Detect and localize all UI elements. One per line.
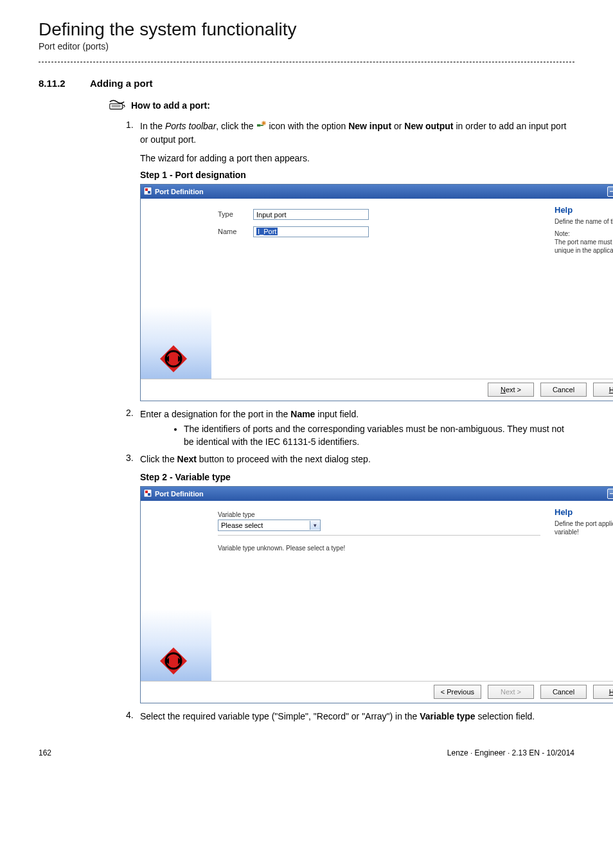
svg-rect-4 [260, 125, 263, 126]
dialog-sidebar [141, 199, 211, 379]
dialog-footer: Next > Cancel Help [141, 379, 613, 401]
dialog-help-panel: Help Define the name of the port! Note: … [551, 199, 613, 379]
dialog-main: Type Input port Name I_Port [211, 199, 551, 379]
step-2: 2. Enter a designation for the port in t… [126, 408, 574, 449]
t: New output [404, 121, 453, 131]
svg-rect-0 [110, 104, 123, 109]
t: icon with the option [269, 121, 348, 131]
step-4: 4. Select the required variable type ("S… [126, 710, 574, 723]
type-field: Input port [253, 209, 369, 220]
dialog-title: Port Definition [152, 490, 607, 498]
t: Name [290, 409, 315, 419]
cancel-button[interactable]: Cancel [540, 383, 587, 397]
t: , click the [216, 121, 256, 131]
variable-type-select[interactable]: Please select ▾ [218, 520, 321, 531]
page-subtitle: Port editor (ports) [39, 41, 574, 51]
app-icon [143, 489, 152, 499]
step-number: 4. [126, 710, 134, 720]
help-note: Note: The port name must be unique in th… [555, 230, 613, 255]
section-number: 8.11.2 [39, 78, 90, 89]
dialog-main: Variable type Please select ▾ Variable t… [211, 501, 551, 681]
minimize-button[interactable]: — [607, 489, 613, 499]
dialog-title: Port Definition [152, 188, 607, 195]
svg-rect-18 [148, 493, 150, 496]
help-heading: Help [555, 205, 613, 215]
variable-type-note: Variable type unknown. Please select a t… [218, 545, 540, 552]
group-divider [218, 535, 540, 536]
step-1: 1. In the Ports toolbar, click the icon … [126, 120, 574, 147]
lenze-logo-icon [159, 646, 188, 676]
dialog-help-panel: Help Define the port application variabl… [551, 501, 613, 681]
dialog-sidebar [141, 501, 211, 681]
cancel-button[interactable]: Cancel [540, 685, 587, 699]
t: Next [177, 454, 197, 464]
help-button[interactable]: Help [593, 383, 613, 397]
page-number: 162 [39, 748, 51, 757]
dialog-port-definition-step2: Port Definition — ▭ ✕ Variable ty [140, 486, 613, 703]
t: Select the required variable type ("Simp… [140, 711, 420, 721]
page-divider [39, 62, 574, 62]
t: button to proceed with the next dialog s… [197, 454, 371, 464]
svg-marker-19 [160, 647, 187, 674]
section-title: Adding a port [90, 78, 153, 89]
svg-rect-10 [145, 188, 148, 191]
t: New input [348, 121, 391, 131]
step-number: 2. [126, 408, 134, 418]
svg-rect-11 [148, 191, 150, 194]
t: input field. [315, 409, 359, 419]
lenze-logo-icon [159, 344, 188, 374]
help-button[interactable]: Help [593, 685, 613, 699]
t: Enter a designation for the port in the [140, 409, 290, 419]
add-port-icon [256, 120, 267, 133]
next-button: Next > [488, 685, 534, 699]
variable-type-group-label: Variable type [218, 511, 540, 518]
step-para: The wizard for adding a port then appear… [140, 153, 574, 163]
name-input-value: I_Port [256, 228, 278, 235]
help-text: Define the name of the port! [555, 217, 613, 226]
step-sub-title: Step 2 - Variable type [140, 472, 574, 482]
t: Ports toolbar [165, 121, 216, 131]
previous-button[interactable]: < Previous [434, 685, 481, 699]
t: or [391, 121, 404, 131]
dialog-footer: < Previous Next > Cancel Help [141, 681, 613, 703]
name-input[interactable]: I_Port [253, 226, 369, 237]
step-2-bullet: The identifiers of ports and the corresp… [184, 422, 574, 449]
t: Click the [140, 454, 177, 464]
t: In the [140, 121, 165, 131]
minimize-button[interactable]: — [607, 186, 613, 197]
step-3: 3. Click the Next button to proceed with… [126, 453, 574, 466]
page-title: Defining the system functionality [39, 19, 574, 40]
help-text: Define the port application variable! [555, 520, 613, 536]
name-label: Name [218, 228, 253, 235]
svg-rect-17 [145, 491, 148, 493]
howto-label: How to add a port: [131, 100, 210, 111]
chevron-down-icon: ▾ [310, 521, 320, 530]
footer-right: Lenze · Engineer · 2.13 EN - 10/2014 [447, 748, 574, 757]
next-button[interactable]: Next > [488, 383, 534, 397]
help-heading: Help [555, 507, 613, 517]
app-icon [143, 186, 152, 197]
t: Variable type [420, 711, 475, 721]
step-number: 3. [126, 453, 134, 463]
variable-type-value: Please select [221, 521, 263, 529]
step-sub-title: Step 1 - Port designation [140, 170, 574, 180]
dialog-titlebar[interactable]: Port Definition — ▭ ✕ [141, 185, 613, 199]
dialog-titlebar[interactable]: Port Definition — ▭ ✕ [141, 487, 613, 501]
dialog-port-definition-step1: Port Definition — ▭ ✕ Type [140, 184, 613, 401]
t: selection field. [475, 711, 535, 721]
steps-icon [108, 99, 126, 112]
svg-rect-3 [257, 124, 260, 127]
step-number: 1. [126, 120, 134, 130]
svg-marker-12 [160, 345, 187, 372]
type-label: Type [218, 210, 253, 218]
